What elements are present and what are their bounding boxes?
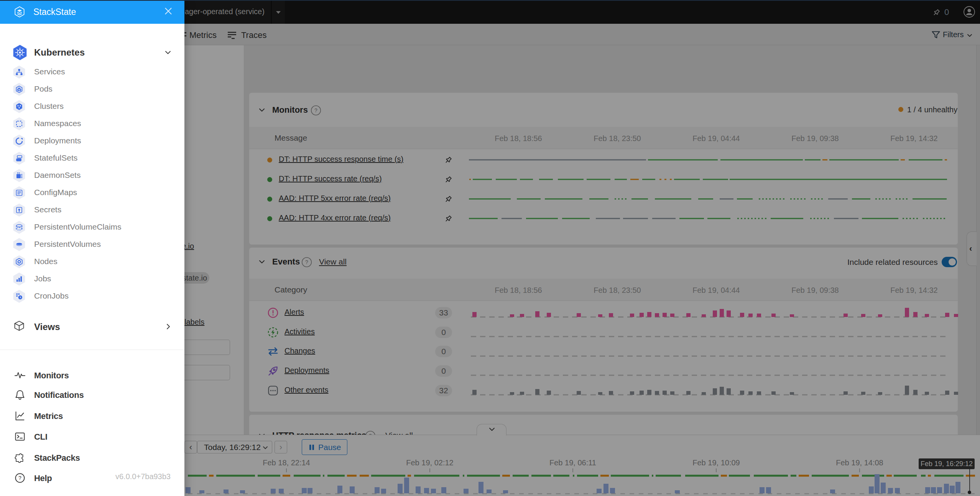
svg-text:?: ? xyxy=(18,475,21,481)
